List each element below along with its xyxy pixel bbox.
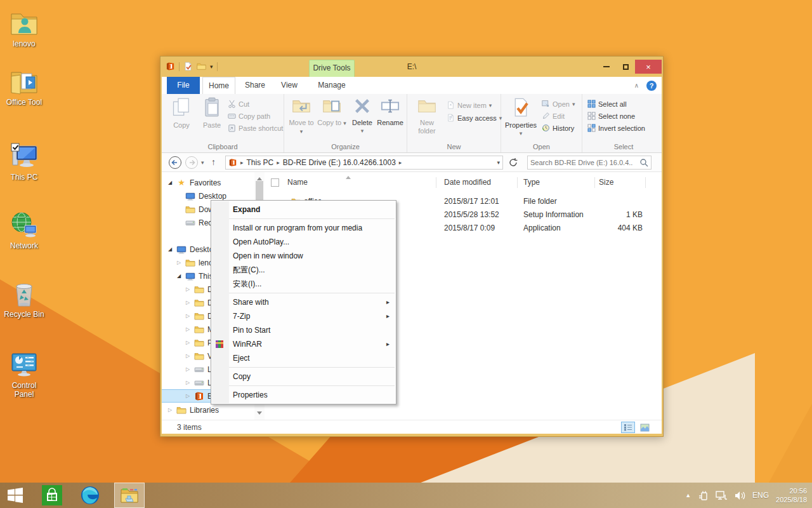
expanded-icon[interactable]: ◢ xyxy=(177,273,185,279)
open-button[interactable]: Open ▾ xyxy=(542,98,575,110)
file-date: 2015/8/17 12:01 xyxy=(444,195,499,208)
edit-button[interactable]: Edit xyxy=(542,110,565,122)
menu-item-expand[interactable]: Expand xyxy=(211,203,396,217)
collapsed-icon[interactable]: ▷ xyxy=(186,366,194,372)
network-icon[interactable] xyxy=(716,491,728,500)
nav-item-libraries[interactable]: ▷ Libraries xyxy=(162,403,254,417)
breadcrumb-drive[interactable]: BD-RE Drive (E:) 16.0.4266.1003 xyxy=(283,158,396,167)
column-type[interactable]: Type xyxy=(523,176,540,189)
search-box[interactable] xyxy=(527,156,652,170)
menu-item-setup[interactable]: 安装(I)... xyxy=(211,277,396,291)
clock[interactable]: 20:56 2025/8/18 xyxy=(776,486,807,504)
scroll-down-icon[interactable] xyxy=(257,411,262,417)
collapsed-icon[interactable]: ▷ xyxy=(177,260,185,265)
menu-item-install[interactable]: Install or run program from your media xyxy=(211,221,396,235)
help-icon[interactable]: ? xyxy=(646,81,657,91)
properties-button[interactable]: Properties ▾ xyxy=(502,97,539,141)
window-title: E:\ xyxy=(160,62,663,71)
collapsed-icon[interactable]: ▷ xyxy=(186,300,194,305)
invert-selection-button[interactable]: Invert selection xyxy=(587,122,645,134)
file-explorer-taskbar-button[interactable] xyxy=(114,483,145,508)
collapse-ribbon-icon[interactable]: ∧ xyxy=(634,82,639,89)
large-icons-view-button[interactable] xyxy=(638,422,652,433)
menu-item-copy[interactable]: Copy xyxy=(211,370,396,384)
tab-home[interactable]: Home xyxy=(202,77,235,94)
desktop-icon-network[interactable]: Network xyxy=(1,210,47,250)
select-all-checkbox[interactable] xyxy=(271,178,279,187)
maximize-button[interactable] xyxy=(616,60,635,74)
desktop-icon-lenovo[interactable]: lenovo xyxy=(1,8,47,48)
search-input[interactable] xyxy=(528,156,636,169)
collapsed-icon[interactable]: ▷ xyxy=(186,286,194,292)
collapsed-icon[interactable]: ▷ xyxy=(186,340,194,345)
collapsed-icon[interactable]: ▷ xyxy=(186,326,194,332)
copy-to-button[interactable]: Copy to ▾ xyxy=(317,97,346,141)
scroll-up-icon[interactable] xyxy=(257,175,262,180)
tab-view[interactable]: View xyxy=(273,77,305,94)
history-button[interactable]: History xyxy=(542,122,574,134)
nav-item-favorites[interactable]: ◢ ★ Favorites xyxy=(162,176,254,189)
select-all-button[interactable]: Select all xyxy=(587,98,627,110)
tab-file[interactable]: File xyxy=(167,77,200,94)
volume-icon[interactable] xyxy=(735,491,745,500)
menu-item-share-with[interactable]: Share with ▸ xyxy=(211,295,396,309)
new-folder-button[interactable]: New folder xyxy=(411,97,443,141)
forward-button[interactable] xyxy=(185,156,199,170)
menu-item-winrar[interactable]: WinRAR ▸ xyxy=(211,337,396,351)
select-none-button[interactable]: Select none xyxy=(587,110,635,122)
new-item-button[interactable]: New item ▾ xyxy=(447,99,492,111)
minimize-button[interactable] xyxy=(597,60,616,74)
column-size[interactable]: Size xyxy=(599,176,613,189)
title-bar[interactable]: ▾ E:\ Drive Tools × xyxy=(160,57,663,77)
column-name[interactable]: Name xyxy=(287,176,308,189)
power-icon[interactable] xyxy=(698,490,709,501)
collapsed-icon[interactable]: ▷ xyxy=(168,407,176,413)
menu-item-7zip[interactable]: 7-Zip ▸ xyxy=(211,309,396,323)
tab-manage[interactable]: Manage xyxy=(309,77,355,94)
expanded-icon[interactable]: ◢ xyxy=(168,246,176,252)
paste-button[interactable]: Paste xyxy=(197,97,226,141)
collapsed-icon[interactable]: ▷ xyxy=(186,380,194,385)
copy-path-button[interactable]: Copy path xyxy=(228,110,270,122)
easy-access-button[interactable]: Easy access ▾ xyxy=(447,112,502,124)
delete-button[interactable]: Delete ▾ xyxy=(348,97,377,141)
breadcrumb-this-pc[interactable]: This PC xyxy=(247,158,274,167)
address-dropdown-icon[interactable]: ▾ xyxy=(497,159,500,166)
details-view-button[interactable] xyxy=(621,422,635,433)
desktop-icon-control-panel[interactable]: Control Panel xyxy=(1,349,47,399)
rename-button[interactable]: Rename xyxy=(376,97,405,141)
menu-item-open-new-window[interactable]: Open in new window xyxy=(211,249,396,263)
edge-button[interactable] xyxy=(75,483,105,508)
search-icon[interactable] xyxy=(639,158,648,167)
collapsed-icon[interactable]: ▷ xyxy=(186,313,194,319)
breadcrumb-arrow-icon: ▸ xyxy=(399,159,402,166)
close-button[interactable]: × xyxy=(635,60,662,74)
move-to-button[interactable]: Move to ▾ xyxy=(287,97,316,141)
tab-share[interactable]: Share xyxy=(238,77,272,94)
drive-tools-contextual-tab[interactable]: Drive Tools xyxy=(309,60,355,77)
back-button[interactable] xyxy=(168,156,182,170)
menu-item-pin-to-start[interactable]: Pin to Start xyxy=(211,323,396,337)
collapsed-icon[interactable]: ▷ xyxy=(186,353,194,359)
desktop-icon-recycle-bin[interactable]: Recycle Bin xyxy=(1,278,47,319)
breadcrumb[interactable]: ▸ This PC ▸ BD-RE Drive (E:) 16.0.4266.1… xyxy=(225,156,503,170)
recent-locations-icon[interactable]: ▾ xyxy=(201,159,204,166)
refresh-button[interactable] xyxy=(508,157,518,168)
paste-shortcut-button[interactable]: Paste shortcut xyxy=(228,122,283,134)
desktop-icon-office-tool[interactable]: Office Tool xyxy=(1,66,47,107)
start-button[interactable] xyxy=(0,483,30,508)
collapsed-icon[interactable]: ▷ xyxy=(186,393,194,399)
cut-button[interactable]: Cut xyxy=(228,98,249,110)
language-indicator[interactable]: ENG xyxy=(752,491,769,500)
menu-item-eject[interactable]: Eject xyxy=(211,351,396,365)
copy-button[interactable]: Copy xyxy=(167,97,196,141)
store-button[interactable] xyxy=(37,483,67,508)
desktop-icon-this-pc[interactable]: This PC xyxy=(1,141,47,182)
hidden-icons-arrow-icon[interactable]: ▲ xyxy=(685,492,691,498)
menu-item-open-autoplay[interactable]: Open AutoPlay... xyxy=(211,235,396,249)
menu-item-properties[interactable]: Properties xyxy=(211,388,396,402)
up-button[interactable]: ↑ xyxy=(211,157,216,167)
column-date-modified[interactable]: Date modified xyxy=(444,176,491,189)
expanded-icon[interactable]: ◢ xyxy=(168,180,176,185)
menu-item-configure[interactable]: 配置(C)... xyxy=(211,263,396,277)
